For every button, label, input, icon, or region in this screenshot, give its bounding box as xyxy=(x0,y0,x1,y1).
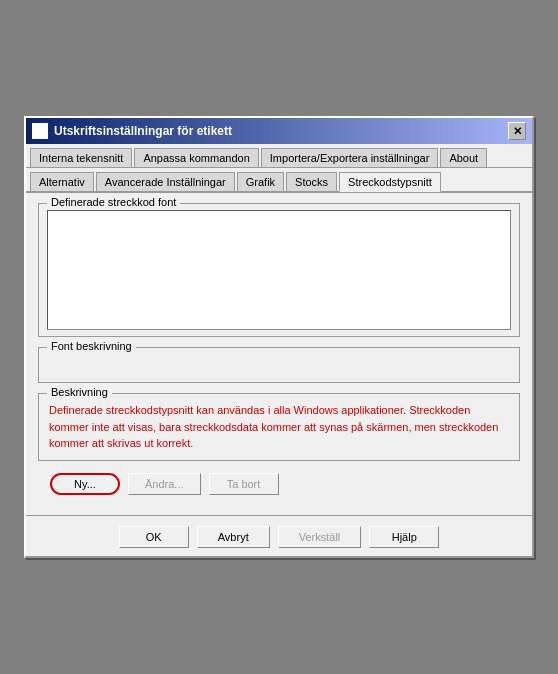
bottom-buttons-row: OK Avbryt Verkställ Hjälp xyxy=(26,522,532,556)
bottom-divider xyxy=(26,515,532,516)
ok-button[interactable]: OK xyxy=(119,526,189,548)
avbryt-button[interactable]: Avbryt xyxy=(197,526,270,548)
font-listbox[interactable] xyxy=(47,210,511,330)
title-bar: 🖨 Utskriftsinställningar för etikett ✕ xyxy=(26,118,532,144)
tab-alternativ[interactable]: Alternativ xyxy=(30,172,94,191)
font-description-label: Font beskrivning xyxy=(47,340,136,352)
andra-button[interactable]: Ändra... xyxy=(128,473,201,495)
tab-row-2: Alternativ Avancerade Inställningar Graf… xyxy=(26,168,532,193)
font-description-section: Font beskrivning xyxy=(38,347,520,383)
close-button[interactable]: ✕ xyxy=(508,122,526,140)
content-area: Definerade streckkod font Font beskrivni… xyxy=(26,193,532,515)
ny-button[interactable]: Ny... xyxy=(50,473,120,495)
tab-avancerade[interactable]: Avancerade Inställningar xyxy=(96,172,235,191)
tab-anpassa-kommandon[interactable]: Anpassa kommandon xyxy=(134,148,258,167)
tab-about[interactable]: About xyxy=(440,148,487,167)
font-section: Definerade streckkod font xyxy=(38,203,520,337)
tab-stocks[interactable]: Stocks xyxy=(286,172,337,191)
action-buttons-row: Ny... Ändra... Ta bort xyxy=(38,473,520,495)
window-icon: 🖨 xyxy=(32,123,48,139)
beskrivning-text: Definerade streckkodstypsnitt kan använd… xyxy=(49,404,498,449)
tab-interna-tekensnitt[interactable]: Interna tekensnitt xyxy=(30,148,132,167)
tab-streckodstypsnitt[interactable]: Streckodstypsnitt xyxy=(339,172,441,192)
tab-importera-exportera[interactable]: Importera/Exportera inställningar xyxy=(261,148,439,167)
title-bar-left: 🖨 Utskriftsinställningar för etikett xyxy=(32,123,232,139)
hjalp-button[interactable]: Hjälp xyxy=(369,526,439,548)
beskrivning-section: Beskrivning Definerade streckkodstypsnit… xyxy=(38,393,520,461)
tab-grafik[interactable]: Grafik xyxy=(237,172,284,191)
beskrivning-section-label: Beskrivning xyxy=(47,386,112,398)
main-window: 🖨 Utskriftsinställningar för etikett ✕ I… xyxy=(24,116,534,558)
tab-row-1: Interna tekensnitt Anpassa kommandon Imp… xyxy=(26,144,532,168)
verkstall-button[interactable]: Verkställ xyxy=(278,526,362,548)
ta-bort-button[interactable]: Ta bort xyxy=(209,473,279,495)
window-title: Utskriftsinställningar för etikett xyxy=(54,124,232,138)
font-section-label: Definerade streckkod font xyxy=(47,196,180,208)
